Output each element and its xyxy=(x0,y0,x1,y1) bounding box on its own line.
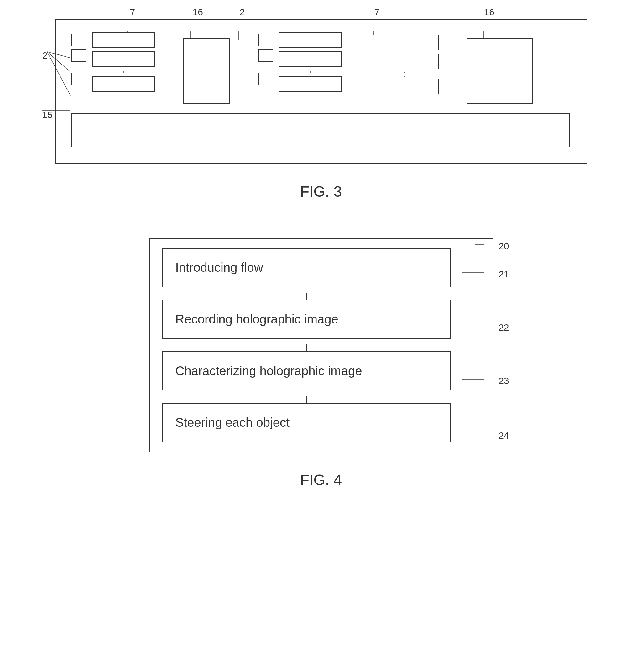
fig4-section: 20 21 22 23 24 xyxy=(25,238,617,488)
fig3-top-row xyxy=(72,32,571,104)
fig3-label-7-right: 7 xyxy=(374,7,380,17)
small-box-2 xyxy=(72,50,87,62)
fig3-label-7-left: 7 xyxy=(130,7,136,17)
fig3-group-left xyxy=(72,32,155,92)
tall-box-right xyxy=(467,38,532,104)
rect-wide-r3 xyxy=(370,79,439,94)
fig4-steps: Introducing flow Recording holographic i… xyxy=(162,248,480,442)
fig3-wrapper: 2 7 16 2 7 16 15 xyxy=(55,19,588,176)
rect-col-right xyxy=(370,35,439,94)
fig3-bottom xyxy=(72,113,571,147)
fig4-step-1: Introducing flow xyxy=(162,248,451,287)
fig3-label-2-center: 2 xyxy=(240,7,245,17)
fig4-step-1-text: Introducing flow xyxy=(176,261,263,274)
rect-wide-c2 xyxy=(279,51,342,67)
small-box-1 xyxy=(72,34,87,47)
small-boxes-col-left xyxy=(72,32,87,85)
rect-wide-r1 xyxy=(370,35,439,50)
rect-col-left xyxy=(92,32,155,92)
fig4-step-3: Characterizing holographic image xyxy=(162,351,451,391)
small-box-3 xyxy=(72,73,87,85)
small-box-c1 xyxy=(258,34,273,47)
fig4-step-2: Recording holographic image xyxy=(162,300,451,339)
rect-wide-1 xyxy=(92,32,155,48)
fig3-label-2-left: 2 xyxy=(42,50,48,61)
fig4-step-3-text: Characterizing holographic image xyxy=(176,364,362,378)
fig4-title: FIG. 4 xyxy=(300,471,342,488)
page-container: 2 7 16 2 7 16 15 xyxy=(0,0,642,672)
fig4-step-4-text: Steering each object xyxy=(176,416,290,429)
fig4-label-23: 23 xyxy=(499,375,509,386)
fig4-wrapper: 20 21 22 23 24 xyxy=(149,238,493,465)
rect-col-center xyxy=(279,32,342,92)
fig3-label-15: 15 xyxy=(42,109,53,120)
fig3-title: FIG. 3 xyxy=(300,183,342,200)
step-connector-1 xyxy=(306,293,307,300)
fig4-label-22: 22 xyxy=(499,322,509,333)
rect-wide-c1 xyxy=(279,32,342,48)
rect-wide-2 xyxy=(92,51,155,67)
fig4-label-24: 24 xyxy=(499,430,509,441)
step-connector-2 xyxy=(306,344,307,351)
tall-box-center xyxy=(183,38,230,104)
fig4-label-21: 21 xyxy=(499,269,509,280)
small-boxes-col-center xyxy=(258,32,273,85)
fig3-label-16-right: 16 xyxy=(484,7,495,17)
fig4-diagram: Introducing flow Recording holographic i… xyxy=(149,238,493,452)
rect-wide-r2 xyxy=(370,54,439,69)
fig3-group-center xyxy=(258,32,342,92)
rect-wide-c3 xyxy=(279,76,342,92)
fig4-label-20: 20 xyxy=(499,241,509,251)
small-box-c2 xyxy=(258,50,273,62)
fig4-step-4: Steering each object xyxy=(162,403,451,442)
fig3-label-16-left: 16 xyxy=(193,7,203,17)
rect-wide-3 xyxy=(92,76,155,92)
small-box-c3 xyxy=(258,73,273,85)
step-connector-3 xyxy=(306,396,307,403)
fig3-section: 2 7 16 2 7 16 15 xyxy=(25,19,617,200)
fig4-step-2-text: Recording holographic image xyxy=(176,312,338,326)
fig3-diagram xyxy=(55,19,588,164)
rect-full-width xyxy=(72,113,570,147)
